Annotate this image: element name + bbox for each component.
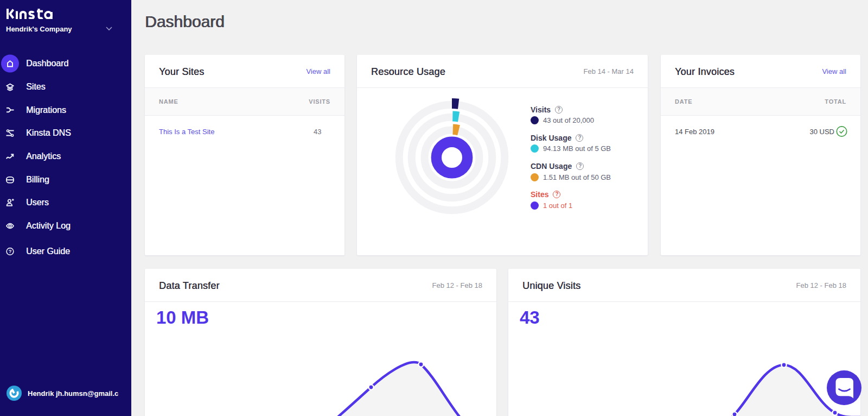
svg-text:?: ? — [9, 249, 12, 254]
